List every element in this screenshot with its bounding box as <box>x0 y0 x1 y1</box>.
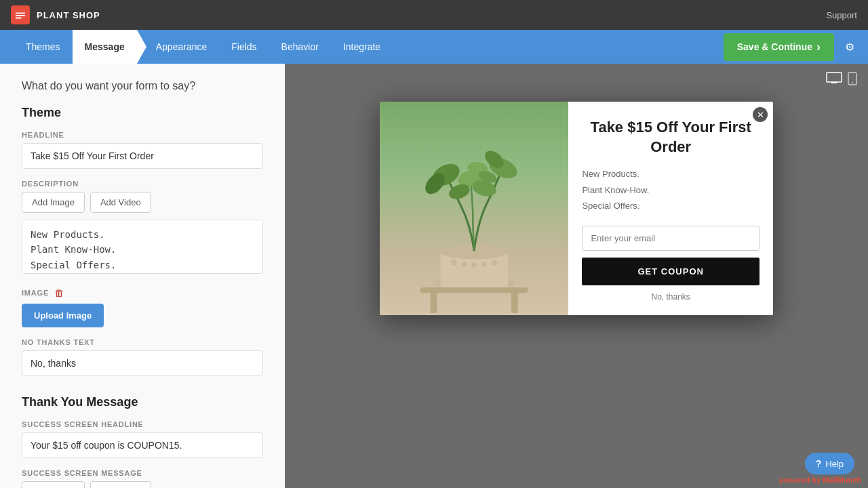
modal-desc-line-2: Plant Know-How. <box>582 182 760 198</box>
tab-message[interactable]: Message <box>73 30 137 64</box>
svg-point-24 <box>472 263 477 268</box>
svg-rect-0 <box>16 12 25 14</box>
delete-image-icon[interactable]: 🗑 <box>54 287 64 298</box>
support-link[interactable]: Support <box>826 10 857 20</box>
modal-cta-button[interactable]: GET COUPON <box>582 258 760 285</box>
add-video-2-button[interactable]: Add Video <box>90 481 151 488</box>
thank-you-section: Thank You Message SUCCESS SCREEN HEADLIN… <box>22 395 263 488</box>
modal-email-input[interactable] <box>582 226 760 251</box>
success-headline-label: SUCCESS SCREEN HEADLINE <box>22 420 263 428</box>
tab-themes[interactable]: Themes <box>14 30 73 64</box>
modal-headline: Take $15 Off Your First Order <box>582 118 760 157</box>
mobile-view-icon[interactable] <box>848 72 857 89</box>
right-panel: ✕ <box>285 64 868 488</box>
powered-by: powered by MailMunch <box>779 476 861 484</box>
tab-fields[interactable]: Fields <box>219 30 269 64</box>
svg-rect-2 <box>16 18 22 19</box>
svg-rect-11 <box>431 293 437 313</box>
svg-rect-4 <box>831 82 837 83</box>
add-video-button[interactable]: Add Video <box>90 192 151 213</box>
left-panel: What do you want your form to say? Theme… <box>0 64 285 488</box>
upload-image-button[interactable]: Upload Image <box>22 304 104 327</box>
thank-you-title: Thank You Message <box>22 395 263 409</box>
svg-rect-12 <box>511 293 518 313</box>
no-thanks-label: NO THANKS TEXT <box>22 338 263 346</box>
success-message-label: SUCCESS SCREEN MESSAGE <box>22 469 263 477</box>
svg-rect-3 <box>827 73 842 82</box>
save-continue-button[interactable]: Save & Continue <box>724 33 834 61</box>
tab-behavior[interactable]: Behavior <box>269 30 331 64</box>
svg-point-25 <box>482 262 487 267</box>
modal-image <box>380 102 568 315</box>
svg-point-6 <box>852 82 853 83</box>
top-bar: PLANT SHOP Support <box>0 0 868 30</box>
powered-by-text: powered by <box>779 476 821 484</box>
success-headline-input[interactable] <box>22 432 263 458</box>
settings-icon[interactable]: ⚙ <box>845 41 854 54</box>
headline-input[interactable] <box>22 143 263 169</box>
modal-description: New Products. Plant Know-How. Special Of… <box>582 166 760 214</box>
svg-rect-10 <box>420 287 528 293</box>
main-layout: What do you want your form to say? Theme… <box>0 64 868 488</box>
add-image-2-button[interactable]: Add Image <box>22 481 85 488</box>
svg-point-26 <box>492 260 497 265</box>
svg-point-22 <box>451 260 456 265</box>
description-btn-row: Add Image Add Video <box>22 192 263 213</box>
nav-bar: Themes Message Appearance Fields Behavio… <box>0 30 868 64</box>
modal-close-button[interactable]: ✕ <box>753 107 768 122</box>
description-textarea[interactable]: New Products. Plant Know-How. Special Of… <box>22 220 263 274</box>
panel-question: What do you want your form to say? <box>22 80 263 92</box>
app-logo <box>11 5 30 24</box>
modal-content: Take $15 Off Your First Order New Produc… <box>568 102 773 315</box>
modal-no-thanks[interactable]: No, thanks <box>652 292 690 302</box>
modal-desc-line-3: Special Offers. <box>582 198 760 214</box>
modal-preview: ✕ <box>380 102 773 315</box>
tab-integrate[interactable]: Integrate <box>331 30 393 64</box>
modal-desc-line-1: New Products. <box>582 166 760 182</box>
help-label: Help <box>825 459 844 469</box>
desktop-view-icon[interactable] <box>826 72 842 89</box>
svg-point-23 <box>462 262 467 267</box>
no-thanks-input[interactable] <box>22 350 263 376</box>
image-label-row: IMAGE 🗑 <box>22 287 263 298</box>
theme-section-title: Theme <box>22 106 263 120</box>
add-image-button[interactable]: Add Image <box>22 192 85 213</box>
tab-appearance[interactable]: Appearance <box>137 30 220 64</box>
description-label: DESCRIPTION <box>22 180 263 188</box>
app-title: PLANT SHOP <box>37 10 100 20</box>
powered-brand: MailMunch <box>823 476 861 484</box>
view-toggle <box>826 72 857 89</box>
svg-rect-1 <box>16 15 25 16</box>
image-label: IMAGE <box>22 289 49 297</box>
success-btn-row: Add Image Add Video <box>22 481 263 488</box>
headline-label: HEADLINE <box>22 131 263 139</box>
help-button[interactable]: Help <box>805 453 854 474</box>
